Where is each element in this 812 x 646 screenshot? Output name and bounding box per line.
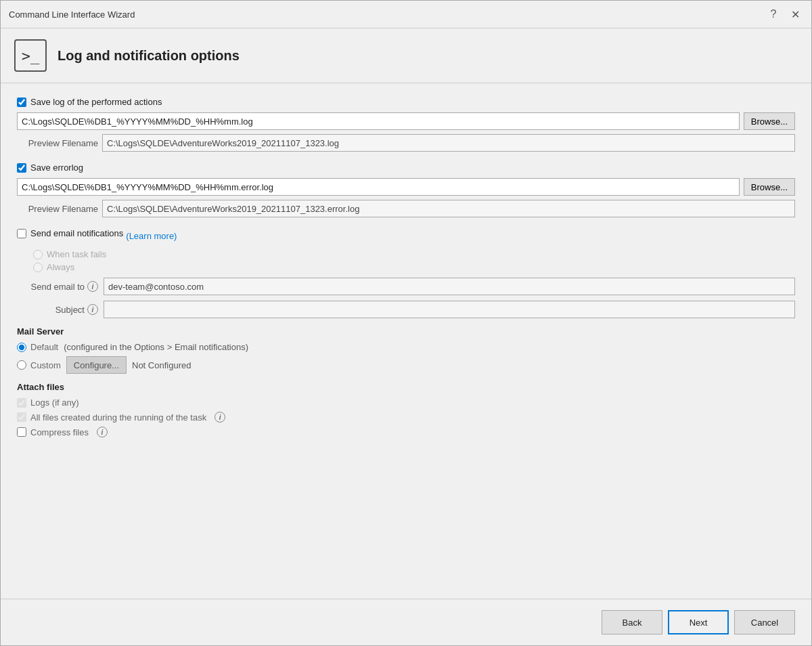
mail-server-options: Default (configured in the Options > Ema… [17,342,795,374]
save-errorlog-row: Save errorlog [17,163,795,173]
all-files-attach-checkbox[interactable] [17,412,26,422]
send-email-checkbox-label[interactable]: Send email notifications [17,228,123,238]
custom-radio[interactable] [17,360,26,370]
compress-info-icon: i [97,427,108,437]
all-files-attach-label: All files created during the running of … [30,412,206,423]
errorlog-preview-value: C:\Logs\SQLDE\AdventureWorks2019_2021110… [102,200,795,217]
footer: Back Next Cancel [1,599,811,645]
send-to-input[interactable] [104,278,795,295]
when-fails-radio[interactable] [33,250,43,259]
always-label: Always [47,262,74,272]
logs-attach-checkbox[interactable] [17,398,26,408]
attach-files-heading: Attach files [17,382,795,392]
save-errorlog-checkbox[interactable] [17,163,26,173]
send-to-info-icon: i [87,281,98,292]
errorlog-preview-label: Preview Filename [17,204,98,214]
save-log-label: Save log of the performed actions [30,97,162,107]
save-errorlog-checkbox-label[interactable]: Save errorlog [17,163,83,173]
logs-attach-label: Logs (if any) [30,397,79,408]
mail-server-heading: Mail Server [17,326,795,337]
help-button[interactable]: ? [765,6,782,22]
send-email-checkbox[interactable] [17,229,26,238]
log-path-input[interactable] [17,112,740,130]
save-log-row: Save log of the performed actions [17,97,795,107]
mail-server-section: Mail Server Default (configured in the O… [17,326,795,374]
default-mail-row: Default (configured in the Options > Ema… [17,342,795,352]
when-fails-radio-label[interactable]: When task fails [33,249,795,259]
email-section: Send email notifications (Learn more) Wh… [17,228,795,318]
always-radio[interactable] [33,263,43,272]
logs-attach-row: Logs (if any) [17,397,795,408]
subject-row: Subject i [17,301,795,318]
when-fails-label: When task fails [47,249,106,259]
email-when-options: When task fails Always [33,249,795,272]
compress-files-checkbox[interactable] [17,427,26,437]
attach-files-section: Attach files Logs (if any) All files cre… [17,382,795,437]
save-errorlog-label: Save errorlog [30,163,83,173]
send-email-row: Send email notifications (Learn more) [17,228,795,244]
compress-files-label: Compress files [30,427,89,437]
default-radio[interactable] [17,343,26,352]
terminal-icon: >_ [14,39,47,72]
always-radio-label[interactable]: Always [33,262,795,272]
title-bar-controls: ? ✕ [765,6,803,22]
all-files-attach-row: All files created during the running of … [17,412,795,423]
log-preview-label: Preview Filename [17,138,98,148]
save-log-checkbox-label[interactable]: Save log of the performed actions [17,97,162,107]
configure-button[interactable]: Configure... [66,356,127,374]
save-log-checkbox[interactable] [17,98,26,107]
default-radio-label[interactable]: Default [17,342,58,352]
log-preview-value: C:\Logs\SQLDE\AdventureWorks2019_2021110… [102,134,795,152]
content-area: Save log of the performed actions Browse… [1,83,811,599]
subject-info-icon: i [87,304,98,315]
page-header: >_ Log and notification options [1,28,811,83]
errorlog-preview-row: Preview Filename C:\Logs\SQLDE\Adventure… [17,200,795,217]
page-title: Log and notification options [58,48,240,64]
subject-input[interactable] [104,301,795,318]
log-path-row: Browse... [17,112,795,130]
not-configured-text: Not Configured [132,360,191,370]
custom-radio-label[interactable]: Custom [17,360,61,370]
errorlog-path-row: Browse... [17,178,795,196]
cancel-button[interactable]: Cancel [734,610,795,634]
errorlog-path-input[interactable] [17,178,740,196]
default-label: Default [30,342,58,352]
send-to-row: Send email to i [17,278,795,295]
default-desc: (configured in the Options > Email notif… [64,342,248,352]
custom-label: Custom [30,360,61,370]
subject-field-label: Subject i [17,304,98,315]
title-bar: Command Line Interface Wizard ? ✕ [1,1,811,28]
close-button[interactable]: ✕ [787,6,803,22]
send-email-label: Send email notifications [30,228,123,238]
send-to-field-label: Send email to i [17,281,98,292]
main-window: Command Line Interface Wizard ? ✕ >_ Log… [0,0,812,646]
all-files-info-icon: i [215,412,225,423]
errorlog-browse-button[interactable]: Browse... [744,178,795,196]
log-preview-row: Preview Filename C:\Logs\SQLDE\Adventure… [17,134,795,152]
next-button[interactable]: Next [668,610,729,634]
custom-mail-row: Custom Configure... Not Configured [17,356,795,374]
window-title: Command Line Interface Wizard [9,9,135,20]
compress-files-row: Compress files i [17,427,795,437]
learn-more-link[interactable]: (Learn more) [126,231,177,241]
back-button[interactable]: Back [602,610,662,634]
log-browse-button[interactable]: Browse... [744,112,795,130]
